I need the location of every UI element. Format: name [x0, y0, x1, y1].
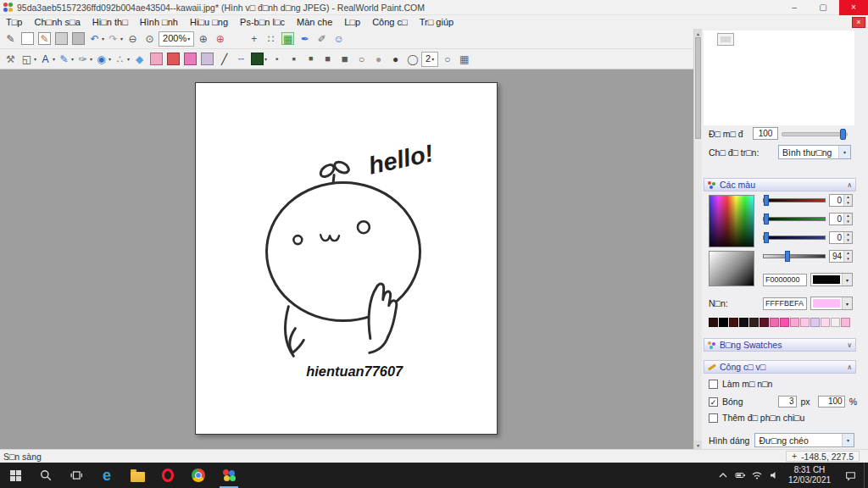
profile-icon[interactable]: ☺ — [331, 30, 347, 47]
history-stamp-icon[interactable] — [199, 51, 215, 68]
maximize-button[interactable]: ▢ — [810, 0, 836, 15]
opera-icon[interactable] — [153, 463, 183, 488]
export-device-icon[interactable] — [70, 30, 86, 47]
color-swatch[interactable] — [749, 318, 759, 327]
menu-item[interactable]: Hi□n th□ — [86, 15, 134, 29]
color-swatch[interactable] — [739, 318, 748, 327]
wrench-icon[interactable]: ⚒ — [3, 51, 19, 68]
opacity-slider-handle[interactable] — [840, 129, 846, 140]
menu-item[interactable]: T□p — [0, 15, 28, 29]
cap-outline-icon[interactable]: ○ — [353, 51, 370, 68]
select-add-icon[interactable]: + — [246, 30, 262, 47]
foreground-hex-input[interactable]: F0000000 — [763, 274, 807, 286]
zoom-level-select[interactable]: 200% ▾ — [159, 31, 194, 47]
pen-tool-icon[interactable]: ✑ ▾ — [75, 51, 93, 68]
opacity-input[interactable]: 100 — [753, 127, 778, 140]
zoom-region-icon[interactable]: ⊕ — [212, 30, 228, 47]
pen-settings-icon[interactable]: ✎ — [3, 30, 19, 47]
blue-slider[interactable] — [763, 232, 826, 243]
shape-select[interactable]: Đư□ng chéo ▾ — [754, 433, 854, 447]
color-swatch[interactable] — [729, 318, 738, 327]
canvas-vertical-scrollbar[interactable]: ▴ ▾ — [693, 29, 702, 449]
file-explorer-icon[interactable] — [122, 463, 153, 488]
spray-tool-icon[interactable]: ∴ ▾ — [113, 51, 131, 68]
green-slider[interactable] — [763, 214, 826, 225]
color-swatch[interactable] — [719, 318, 728, 327]
shadow-opacity-input[interactable]: 100 — [818, 396, 845, 408]
search-button[interactable] — [31, 463, 61, 488]
color-swatch[interactable] — [810, 318, 820, 327]
blue-slider-handle[interactable] — [764, 232, 769, 243]
select-handles-icon[interactable]: ∷ — [263, 30, 279, 47]
scrollbar-thumb[interactable] — [695, 37, 701, 139]
background-hex-input[interactable]: FFFFBEFA — [763, 297, 807, 310]
menu-item[interactable]: Hi□u □ng — [184, 15, 234, 29]
brush-tool-icon[interactable]: ✎ ▾ — [57, 51, 75, 68]
green-value-spinner[interactable]: 0▲▼ — [829, 213, 853, 225]
redo-icon[interactable]: ↷ ▾ — [106, 30, 124, 47]
spin-down-icon[interactable]: ▼ — [844, 201, 852, 207]
menu-item[interactable]: Ps-b□n l□c — [234, 15, 291, 29]
water-drop-icon[interactable]: ◆ — [131, 51, 147, 68]
color-swatch[interactable] — [821, 318, 830, 327]
ellipse-outline-icon[interactable]: ◯ — [404, 51, 420, 68]
tool-options-header[interactable]: Công c□ v□ ∧ — [704, 360, 856, 374]
shape-tool-icon[interactable]: ◉ ▾ — [94, 51, 112, 68]
layers-panel[interactable] — [704, 30, 854, 125]
color-swatch[interactable] — [841, 318, 850, 327]
close-button[interactable]: × — [839, 0, 868, 15]
color-swatch[interactable] — [831, 318, 840, 327]
transform-icon[interactable]: ◱ ▾ — [19, 51, 37, 68]
menu-item[interactable]: Tr□ giúp — [414, 15, 459, 29]
undo-icon[interactable]: ↶ ▾ — [87, 30, 105, 47]
color-swatch[interactable] — [770, 318, 779, 327]
realworld-paint-taskbar-icon[interactable] — [214, 463, 244, 488]
line-width-select[interactable]: 2 ▾ — [421, 52, 438, 67]
menu-item[interactable]: Ch□nh s□a — [28, 15, 86, 29]
width-5-icon[interactable]: ■ — [337, 51, 353, 68]
color-swatch[interactable] — [760, 318, 769, 327]
spin-down-icon[interactable]: ▼ — [844, 257, 852, 263]
zoom-in-icon[interactable]: ⊕ — [195, 30, 211, 47]
grid-icon[interactable]: ▦ — [456, 51, 472, 68]
chrome-icon[interactable] — [183, 463, 214, 488]
select-rectangle-icon[interactable] — [229, 30, 245, 47]
reflect-checkbox[interactable] — [709, 413, 718, 423]
width-3-icon[interactable]: ■ — [303, 51, 319, 68]
width-1-icon[interactable]: ■ — [269, 51, 285, 68]
menu-item[interactable]: Công c□ — [366, 15, 414, 29]
foreground-color-dropdown[interactable]: ▾ — [810, 273, 853, 286]
alpha-slider-handle[interactable] — [785, 251, 790, 262]
fill-style-select[interactable]: ▾ — [250, 51, 268, 68]
text-tool-icon[interactable]: A ▾ — [38, 51, 56, 68]
edge-icon[interactable]: e — [92, 463, 122, 488]
background-color-dropdown[interactable]: ▾ — [810, 297, 853, 310]
scroll-down-arrow[interactable]: ▾ — [694, 441, 702, 449]
scroll-up-arrow[interactable]: ▴ — [694, 29, 702, 37]
tray-battery-icon[interactable] — [732, 463, 748, 488]
taskbar-clock[interactable]: 8:31 CH 12/03/2021 — [782, 465, 837, 486]
pencil-icon[interactable]: ✐ — [314, 30, 330, 47]
smooth-checkbox[interactable] — [709, 380, 718, 389]
colors-panel-header[interactable]: Các màu ∧ — [704, 178, 856, 191]
color-swatch[interactable] — [800, 318, 810, 327]
task-view-button[interactable] — [61, 463, 92, 488]
show-desktop-button[interactable] — [864, 463, 868, 488]
start-button[interactable] — [0, 463, 31, 488]
lightness-picker[interactable] — [709, 251, 754, 286]
spin-down-icon[interactable]: ▼ — [844, 219, 852, 225]
blend-mode-select[interactable]: Bình thư□ng ▾ — [778, 145, 851, 159]
red-slider[interactable] — [763, 195, 826, 206]
tray-volume-icon[interactable] — [765, 463, 782, 488]
line-solid-icon[interactable]: ╱ — [216, 51, 232, 68]
clone-stamp-icon[interactable] — [165, 51, 181, 68]
color-picker-pen-icon[interactable]: ✒ — [297, 30, 313, 47]
width-2-icon[interactable]: ■ — [286, 51, 302, 68]
line-dashed-icon[interactable]: ╌ — [233, 51, 249, 68]
shadow-checkbox[interactable]: ✓ — [709, 397, 718, 407]
blue-value-spinner[interactable]: 0▲▼ — [829, 231, 853, 244]
zoom-actual-icon[interactable]: ⊙ — [142, 30, 158, 47]
shadow-size-input[interactable]: 3 — [778, 396, 797, 408]
tray-network-icon[interactable] — [748, 463, 765, 488]
close-document-button[interactable]: × — [852, 17, 865, 28]
